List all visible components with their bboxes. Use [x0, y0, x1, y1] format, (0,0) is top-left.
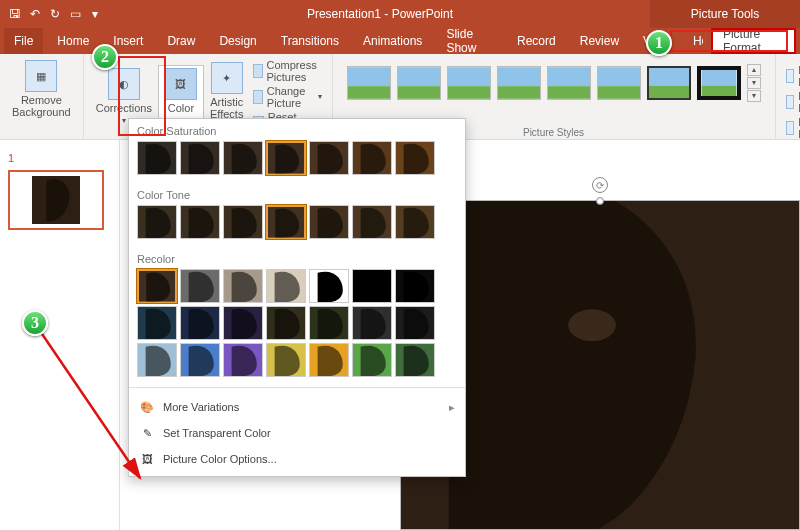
- color-swatch[interactable]: [180, 141, 220, 175]
- color-swatch[interactable]: [266, 141, 306, 175]
- svg-rect-14: [701, 70, 736, 86]
- section-label-recolor: Recolor: [137, 251, 457, 269]
- tab-draw[interactable]: Draw: [157, 28, 205, 54]
- svg-rect-11: [598, 86, 640, 99]
- set-transparent-color-item[interactable]: ✎ Set Transparent Color: [129, 420, 465, 446]
- remove-bg-icon: ▦: [25, 60, 57, 92]
- color-swatch[interactable]: [223, 269, 263, 303]
- thumbnail-image: [31, 176, 81, 224]
- color-swatch[interactable]: [180, 205, 220, 239]
- color-swatch[interactable]: [352, 343, 392, 377]
- color-swatch[interactable]: [309, 141, 349, 175]
- style-thumb[interactable]: [697, 66, 741, 100]
- slide-thumbnails-pane: 1: [0, 140, 120, 530]
- color-swatch[interactable]: [137, 269, 177, 303]
- compress-icon: [253, 64, 262, 78]
- change-picture-button[interactable]: Change Picture ▾: [253, 85, 321, 109]
- color-swatch[interactable]: [180, 269, 220, 303]
- svg-rect-13: [649, 86, 689, 98]
- redo-icon[interactable]: ↻: [46, 5, 64, 23]
- window-title: Presentation1 - PowerPoint: [110, 7, 650, 21]
- color-swatch[interactable]: [309, 306, 349, 340]
- tab-animations[interactable]: Animations: [353, 28, 432, 54]
- tab-design[interactable]: Design: [209, 28, 266, 54]
- color-swatch[interactable]: [266, 205, 306, 239]
- color-swatch[interactable]: [137, 343, 177, 377]
- color-swatch[interactable]: [352, 141, 392, 175]
- save-icon[interactable]: 🖫: [6, 5, 24, 23]
- tab-picture-format[interactable]: Picture Format: [711, 28, 796, 54]
- callout-2: 2: [92, 44, 118, 70]
- svg-rect-0: [348, 67, 390, 86]
- style-thumb[interactable]: [547, 66, 591, 100]
- picture-border-button[interactable]: Picture Border: [786, 64, 800, 88]
- more-variations-item[interactable]: 🎨 More Variations ▸: [129, 394, 465, 420]
- tab-help[interactable]: Help: [683, 28, 703, 54]
- svg-rect-7: [498, 86, 540, 99]
- style-thumb[interactable]: [347, 66, 391, 100]
- picture-styles-gallery[interactable]: ▴ ▾ ▾: [339, 58, 769, 108]
- color-dropdown: Color Saturation Color Tone Recolor 🎨 Mo…: [128, 118, 466, 477]
- tab-slideshow[interactable]: Slide Show: [436, 28, 503, 54]
- color-swatch[interactable]: [266, 306, 306, 340]
- section-label-tone: Color Tone: [137, 187, 457, 205]
- rotate-handle[interactable]: ⟳: [592, 177, 608, 193]
- color-swatch[interactable]: [352, 269, 392, 303]
- color-wheel-icon: 🎨: [139, 399, 155, 415]
- color-swatch[interactable]: [395, 205, 435, 239]
- tab-home[interactable]: Home: [47, 28, 99, 54]
- color-swatch[interactable]: [223, 141, 263, 175]
- picture-color-options-item[interactable]: 🖼 Picture Color Options...: [129, 446, 465, 472]
- svg-rect-3: [398, 86, 440, 99]
- style-thumb[interactable]: [597, 66, 641, 100]
- color-swatch[interactable]: [352, 205, 392, 239]
- style-thumb[interactable]: [647, 66, 691, 100]
- color-swatch[interactable]: [309, 269, 349, 303]
- undo-icon[interactable]: ↶: [26, 5, 44, 23]
- picture-options-icon: 🖼: [139, 451, 155, 467]
- color-swatch[interactable]: [137, 141, 177, 175]
- color-swatch[interactable]: [309, 343, 349, 377]
- svg-rect-8: [548, 67, 590, 86]
- svg-rect-5: [448, 86, 490, 99]
- svg-rect-12: [649, 68, 689, 86]
- color-swatch[interactable]: [395, 306, 435, 340]
- color-swatch[interactable]: [352, 306, 392, 340]
- style-thumb[interactable]: [497, 66, 541, 100]
- color-swatch[interactable]: [180, 343, 220, 377]
- picture-effects-button[interactable]: Picture Effects: [786, 90, 800, 114]
- ribbon-tabs: File Home Insert Draw Design Transitions…: [0, 28, 800, 54]
- tab-review[interactable]: Review: [570, 28, 629, 54]
- compress-pictures-button[interactable]: Compress Pictures: [253, 59, 321, 83]
- color-swatch[interactable]: [266, 269, 306, 303]
- color-swatch[interactable]: [309, 205, 349, 239]
- remove-background-button[interactable]: ▦ Remove Background: [6, 58, 77, 120]
- submenu-arrow-icon: ▸: [449, 401, 455, 414]
- style-thumb[interactable]: [447, 66, 491, 100]
- qat-more-icon[interactable]: ▾: [86, 5, 104, 23]
- slide-number: 1: [8, 152, 14, 164]
- color-swatch[interactable]: [395, 269, 435, 303]
- picture-layout-button[interactable]: Picture Layout: [786, 116, 800, 140]
- gallery-scroll[interactable]: ▴ ▾ ▾: [747, 64, 761, 102]
- callout-3: 3: [22, 310, 48, 336]
- color-swatch[interactable]: [395, 141, 435, 175]
- resize-handle[interactable]: [596, 197, 604, 205]
- slideshow-icon[interactable]: ▭: [66, 5, 84, 23]
- color-swatch[interactable]: [180, 306, 220, 340]
- tab-record[interactable]: Record: [507, 28, 566, 54]
- color-swatch[interactable]: [223, 306, 263, 340]
- color-swatch[interactable]: [137, 205, 177, 239]
- color-swatch[interactable]: [223, 343, 263, 377]
- color-swatch[interactable]: [266, 343, 306, 377]
- svg-rect-2: [398, 67, 440, 86]
- svg-rect-4: [448, 67, 490, 86]
- color-swatch[interactable]: [223, 205, 263, 239]
- tab-transitions[interactable]: Transitions: [271, 28, 349, 54]
- tab-file[interactable]: File: [4, 28, 43, 54]
- style-thumb[interactable]: [397, 66, 441, 100]
- color-swatch[interactable]: [395, 343, 435, 377]
- slide-thumbnail[interactable]: [8, 170, 104, 230]
- layout-icon: [786, 121, 795, 135]
- color-swatch[interactable]: [137, 306, 177, 340]
